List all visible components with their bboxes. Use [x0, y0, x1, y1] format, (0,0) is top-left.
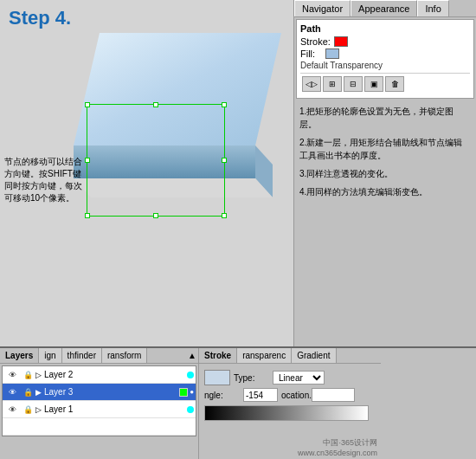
layer-name-1: Layer 1: [44, 404, 185, 414]
type-label: Type:: [234, 373, 273, 383]
type-select[interactable]: Linear Radial: [273, 371, 325, 385]
handle-tl[interactable]: [85, 102, 90, 107]
watermark-line1: 中国·365设计网: [298, 437, 377, 449]
angle-row: ngle: ocation.: [204, 388, 376, 402]
tab-align[interactable]: ign: [39, 348, 61, 363]
eye-icon-2[interactable]: 👁: [6, 369, 18, 381]
lock-icon-3[interactable]: 🔒: [22, 386, 34, 398]
handle-tm[interactable]: [153, 102, 158, 107]
gradient-preview-swatch: [204, 370, 230, 385]
appearance-panel-title: Path: [300, 23, 470, 34]
right-panel: Navigator Appearance Info Path Stroke: F…: [294, 0, 476, 346]
handle-mr[interactable]: [222, 158, 227, 163]
type-row: Type: Linear Radial: [204, 370, 376, 385]
lock-icon-1[interactable]: 🔒: [22, 404, 34, 416]
tab-layers[interactable]: Layers: [0, 348, 39, 363]
layer-row-3[interactable]: 👁 🔒 ▶ Layer 3 ●: [3, 384, 196, 401]
default-transparency: Default Transparency: [300, 61, 470, 70]
layers-tabs: Layers ign thfinder ransform ▲: [0, 348, 198, 364]
stroke-label: Stroke:: [300, 36, 331, 47]
tab-stroke[interactable]: Stroke: [199, 348, 237, 363]
expand-3[interactable]: ▶: [35, 388, 44, 397]
lock-icon-2[interactable]: 🔒: [22, 369, 34, 381]
layers-panel: Layers ign thfinder ransform ▲: [0, 348, 199, 459]
watermark-line2: www.cn365design.com: [298, 449, 377, 457]
instructions: 1.把矩形的轮廓色设置为无色，并锁定图层。 2.新建一层，用矩形结合辅助线和节点…: [294, 100, 476, 346]
tab-transform[interactable]: ransform: [102, 348, 147, 363]
layer-target-3: ●: [190, 388, 194, 396]
stroke-row: Stroke:: [300, 36, 470, 47]
layer-row-2[interactable]: 👁 🔒 ▷ Layer 2: [3, 366, 196, 384]
instruction-2: 2.新建一层，用矩形结合辅助线和节点编辑工具画出书本的厚度。: [299, 136, 471, 162]
location-label: ocation.: [281, 391, 312, 400]
ap-btn-3[interactable]: ⊟: [344, 76, 363, 92]
watermark: 中国·365设计网 www.cn365design.com: [298, 437, 377, 457]
tab-navigator[interactable]: Navigator: [294, 0, 351, 16]
stroke-content: Type: Linear Radial ngle: ocation.: [199, 364, 381, 428]
nav-tabs: Navigator Appearance Info: [294, 0, 476, 17]
instruction-4: 4.用同样的方法填充编辑渐变色。: [299, 185, 471, 198]
ap-btn-1[interactable]: ◁▷: [302, 76, 321, 92]
stroke-tabs: Stroke ransparenc Gradient: [199, 348, 381, 364]
ap-btn-2[interactable]: ⊞: [323, 76, 342, 92]
angle-input[interactable]: [243, 388, 278, 402]
gradient-bar: [204, 405, 369, 421]
tab-appearance[interactable]: Appearance: [351, 0, 417, 16]
appearance-toolbar: ◁▷ ⊞ ⊟ ▣ 🗑: [300, 73, 470, 94]
layer-name-2: Layer 2: [44, 370, 185, 379]
layers-list: 👁 🔒 ▷ Layer 2 👁 🔒 ▶ Layer 3 ●: [2, 365, 196, 436]
handle-ml[interactable]: [85, 158, 90, 163]
layer-color-dot-2: [187, 372, 194, 378]
selection-overlay: [87, 104, 225, 217]
bottom-area: Layers ign thfinder ransform ▲: [0, 346, 476, 459]
instruction-3: 3.同样注意透视的变化。: [299, 167, 471, 180]
tab-pathfinder[interactable]: thfinder: [62, 348, 102, 363]
layer-name-3: Layer 3: [44, 387, 179, 397]
angle-label: ngle:: [204, 391, 243, 400]
fill-swatch[interactable]: [325, 48, 339, 59]
layers-scroll-up[interactable]: ▲: [188, 351, 196, 360]
eye-icon-3[interactable]: 👁: [6, 386, 18, 398]
fill-label: Fill:: [300, 48, 315, 59]
canvas-area: Step 4.: [0, 0, 294, 346]
location-input[interactable]: [312, 388, 355, 402]
main-container: Step 4.: [0, 0, 476, 459]
top-area: Step 4.: [0, 0, 476, 346]
eye-icon-1[interactable]: 👁: [6, 404, 18, 416]
appearance-panel: Path Stroke: Fill: Default Transparency …: [296, 19, 474, 99]
tab-transparency[interactable]: ransparenc: [237, 348, 292, 363]
handle-br[interactable]: [222, 213, 227, 218]
left-annotation: 节点的移动可以结合方向键。按SHIFT键同时按方向键，每次可移动10个像素。: [4, 156, 82, 204]
layer-active-dot-3: [179, 388, 188, 397]
layer-row-1[interactable]: 👁 🔒 ▷ Layer 1: [3, 401, 196, 418]
instruction-1: 1.把矩形的轮廓色设置为无色，并锁定图层。: [299, 105, 471, 131]
ap-btn-4[interactable]: ▣: [364, 76, 383, 92]
expand-1[interactable]: ▷: [35, 405, 44, 414]
handle-bl[interactable]: [85, 213, 90, 218]
stroke-panel: Stroke ransparenc Gradient Type: Linear …: [199, 348, 381, 459]
stroke-swatch[interactable]: [334, 36, 348, 47]
ap-btn-5[interactable]: 🗑: [385, 76, 404, 92]
expand-2[interactable]: ▷: [35, 371, 44, 379]
tab-info[interactable]: Info: [417, 0, 448, 16]
layer-color-dot-1: [187, 406, 194, 413]
layer-row-empty: [3, 418, 196, 436]
tab-gradient[interactable]: Gradient: [292, 348, 336, 363]
handle-bm[interactable]: [153, 213, 158, 218]
fill-row: Fill:: [300, 48, 470, 59]
handle-tr[interactable]: [222, 102, 227, 107]
